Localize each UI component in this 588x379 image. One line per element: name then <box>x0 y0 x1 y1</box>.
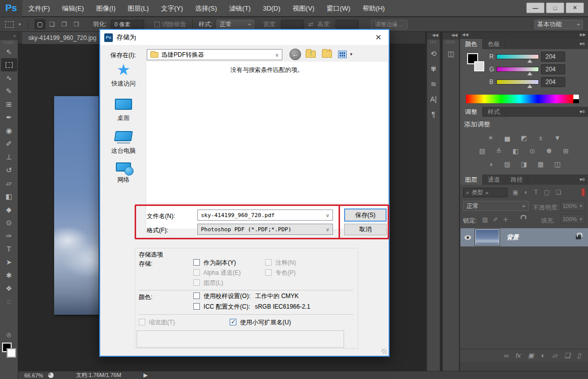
antialias-checkbox[interactable] <box>154 22 160 27</box>
layer-filter-select[interactable]: ⌕ 类型 ÷ <box>463 188 508 197</box>
lock-transparency-icon[interactable]: ▨ <box>482 216 488 223</box>
background-color-swatch[interactable] <box>7 348 16 358</box>
panel-menu-icon[interactable]: ▾≡ <box>579 41 585 47</box>
menu-item-1[interactable]: 编辑(E) <box>56 0 90 17</box>
save-button[interactable]: 保存(S) <box>344 208 387 222</box>
views-chevron-icon[interactable]: ▼ <box>349 52 353 57</box>
subtract-from-selection-button[interactable]: ❐ <box>59 19 70 29</box>
spot-healing-brush-tool[interactable]: ◉ <box>1 124 17 137</box>
height-input[interactable] <box>335 20 359 29</box>
tab-swatches[interactable]: 色板 <box>483 39 506 49</box>
eyedropper-tool[interactable]: ✒ <box>1 111 17 124</box>
background-color-well[interactable] <box>474 61 484 71</box>
type-tool[interactable]: T <box>1 242 17 256</box>
adjustment-channel-mixer-icon[interactable]: ✽ <box>543 147 555 155</box>
dialog-close-icon[interactable]: ✕ <box>375 33 382 42</box>
properties-panel-icon[interactable]: ◫ <box>447 50 454 58</box>
adjustment-vibrance-icon[interactable]: ▼ <box>552 134 564 142</box>
clone-stamp-tool[interactable]: ⊥ <box>1 150 17 163</box>
minimize-button[interactable]: — <box>526 3 544 13</box>
intersect-selection-button[interactable]: ❒ <box>71 19 82 29</box>
up-one-level-button[interactable]: ↑ <box>306 51 316 58</box>
channel-r-slider-thumb[interactable] <box>527 59 532 63</box>
tab-layers[interactable]: 图层 <box>460 175 483 185</box>
proof-setup-checkbox[interactable] <box>193 292 200 299</box>
new-adjustment-layer-icon[interactable]: ◐ <box>541 352 545 359</box>
menu-item-3[interactable]: 图层(L) <box>121 0 155 17</box>
save-in-select[interactable]: 迅捷PDF转换器 ∨ <box>147 49 282 60</box>
cancel-button[interactable]: 取消 <box>344 224 387 235</box>
layer-visibility-eye-icon[interactable] <box>465 235 471 240</box>
channel-r-slider[interactable] <box>496 54 539 59</box>
crop-tool[interactable]: ⊞ <box>1 98 17 111</box>
adjustment-gradient-map-icon[interactable]: ▦ <box>535 160 547 169</box>
adjustment-hue-saturation-icon[interactable]: ▤ <box>476 147 488 155</box>
tab-adjustments[interactable]: 调整 <box>460 107 483 117</box>
blend-mode-select[interactable]: 正常 ÷ <box>463 201 529 211</box>
eraser-tool[interactable]: ▱ <box>1 177 17 190</box>
spectrum-black-cap[interactable] <box>573 99 579 103</box>
menu-item-8[interactable]: 视图(V) <box>286 0 320 17</box>
channel-g-slider[interactable] <box>496 67 539 72</box>
adjustment-curves-icon[interactable]: ◩ <box>518 134 530 142</box>
delete-layer-icon[interactable]: ▯ <box>577 352 581 359</box>
menu-item-2[interactable]: 图像(I) <box>90 0 121 17</box>
swap-dimensions-icon[interactable]: ⇄ <box>308 21 313 28</box>
sidebar-item-this-pc[interactable]: 这台电脑 <box>101 131 146 155</box>
add-layer-mask-icon[interactable]: ▣ <box>528 352 534 359</box>
new-selection-button[interactable]: ▢ <box>34 19 46 29</box>
color-spectrum-ramp[interactable] <box>466 95 573 103</box>
zoom-level-field[interactable]: 66.67% <box>24 372 43 378</box>
adjustment-black-white-icon[interactable]: ◧ <box>510 147 522 155</box>
move-tool[interactable]: ⇖ <box>1 45 17 58</box>
tool-preset-chevron-icon[interactable]: ▼ <box>18 22 22 27</box>
channel-g-slider-thumb[interactable] <box>527 72 532 75</box>
adjustment-brightness-contrast-icon[interactable]: ☀ <box>485 134 497 142</box>
history-panel-icon[interactable]: ⟲ <box>431 50 437 58</box>
lock-position-icon[interactable]: ✛ <box>503 216 508 223</box>
collapse-arrows-icon[interactable]: ◀◀ <box>427 32 440 39</box>
opacity-input[interactable]: 100% ▼ <box>560 201 585 211</box>
feather-input[interactable]: 0 像素 <box>111 20 144 29</box>
layer-style-icon[interactable]: fx <box>516 352 521 359</box>
zoom-tool[interactable]: ◌ <box>1 295 17 308</box>
link-layers-icon[interactable]: ∞ <box>504 352 509 359</box>
layer-name[interactable]: 背景 <box>507 233 519 242</box>
panel-menu-icon[interactable]: ▾≡ <box>579 109 585 114</box>
tab-channels[interactable]: 通道 <box>483 175 506 185</box>
views-menu-button[interactable] <box>338 51 347 58</box>
filter-adjustment-layers-icon[interactable]: ◐ <box>524 189 528 196</box>
as-copy-checkbox[interactable] <box>193 259 200 266</box>
resize-grip[interactable] <box>382 349 387 354</box>
tool-preset-icon[interactable] <box>5 21 14 28</box>
quick-mask-button[interactable]: ◎ <box>4 330 14 339</box>
back-button[interactable]: ← <box>289 49 301 60</box>
layer-filter-toggle[interactable] <box>581 188 585 196</box>
layer-row-background[interactable]: 背景 <box>460 228 588 246</box>
sidebar-item-network[interactable]: 网络 <box>101 162 146 184</box>
brush-tool[interactable]: ✐ <box>1 137 17 150</box>
new-folder-button[interactable]: ✦ <box>322 51 332 58</box>
channel-b-value[interactable]: 204 <box>541 77 565 87</box>
dialog-titlebar[interactable]: Ps 存储为 <box>100 30 389 45</box>
adjustment-threshold-icon[interactable]: ◨ <box>518 160 530 169</box>
status-arrow-icon[interactable]: ▶ <box>144 372 148 378</box>
tab-color[interactable]: 颜色 <box>460 39 483 49</box>
maximize-button[interactable]: □ <box>546 3 564 13</box>
sidebar-item-desktop[interactable]: 桌面 <box>101 99 146 122</box>
fill-input[interactable]: 100% ▼ <box>560 214 585 224</box>
close-button[interactable]: ✕ <box>566 3 584 13</box>
pen-tool[interactable]: ✑ <box>1 229 17 242</box>
channel-r-value[interactable]: 204 <box>541 52 565 62</box>
adjustment-levels-icon[interactable]: ▅ <box>501 134 514 142</box>
document-tab[interactable]: sky-414199_960_720.jpg <box>22 32 108 44</box>
collapse-arrows-icon[interactable]: ◀◀ <box>462 32 468 38</box>
style-select[interactable]: 正常 ÷ <box>217 20 254 29</box>
rectangular-marquee-tool[interactable] <box>1 58 17 71</box>
tab-styles[interactable]: 样式 <box>483 107 506 117</box>
adjustment-color-balance-icon[interactable]: ≙ <box>493 147 505 155</box>
channel-b-slider-thumb[interactable] <box>527 85 532 88</box>
file-list-area[interactable]: 没有与搜索条件匹配的项。 <box>146 62 388 229</box>
menu-item-10[interactable]: 帮助(H) <box>356 0 391 17</box>
refine-edge-button[interactable]: 调整边缘… <box>371 20 408 29</box>
